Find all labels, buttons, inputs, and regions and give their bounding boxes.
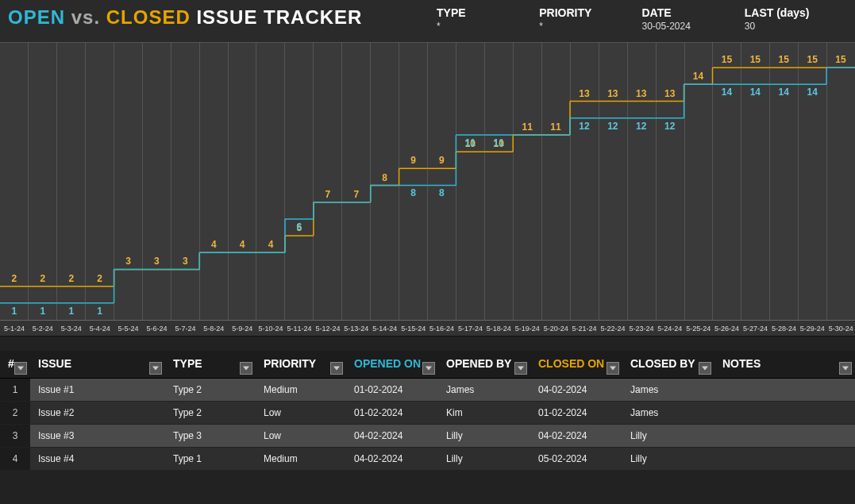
closed-value-label: 15 — [779, 54, 790, 65]
filter-closed-by[interactable] — [699, 362, 711, 375]
filter-closed-on[interactable] — [607, 362, 619, 375]
meta-date-label: DATE — [642, 6, 745, 19]
col-type: TYPE — [165, 351, 256, 379]
table-cell: 01-02-2024 — [346, 402, 438, 425]
header: OPEN vs. CLOSED ISSUE TRACKER TYPE * PRI… — [0, 0, 855, 43]
issue-table-wrap: # ISSUE TYPE PRIORITY OPENED ON OPENED B… — [0, 351, 855, 504]
open-value-label: 1 — [97, 306, 102, 317]
table-cell: Medium — [256, 448, 346, 471]
xaxis-tick: 5-2-24 — [29, 321, 57, 336]
col-opened-by: OPENED BY — [438, 351, 530, 379]
xaxis-tick: 5-4-24 — [86, 321, 114, 336]
closed-value-label: 4 — [211, 239, 217, 250]
col-notes-label: NOTES — [722, 357, 761, 370]
col-priority: PRIORITY — [256, 351, 346, 379]
xaxis-tick: 5-16-24 — [428, 321, 456, 336]
open-value-label: 1 — [68, 306, 74, 317]
open-value-label: 1 — [12, 306, 17, 317]
table-cell: Issue #4 — [30, 448, 165, 471]
table-row[interactable]: 3Issue #3Type 3Low04-02-2024Lilly04-02-2… — [0, 425, 855, 448]
open-value-label: 1 — [40, 306, 46, 317]
xaxis-tick: 5-12-24 — [314, 321, 342, 336]
open-value-label: 14 — [750, 87, 761, 98]
xaxis-tick: 5-28-24 — [769, 321, 798, 336]
closed-value-label: 15 — [807, 54, 818, 65]
table-cell: Medium — [256, 379, 346, 402]
xaxis-tick: 5-11-24 — [285, 321, 314, 336]
table-cell: Issue #2 — [30, 402, 165, 425]
filter-num[interactable] — [14, 362, 27, 375]
closed-value-label: 3 — [125, 256, 131, 267]
meta-type-label: TYPE — [437, 6, 539, 19]
closed-value-label: 3 — [183, 256, 188, 267]
table-row[interactable]: 2Issue #2Type 2Low01-02-2024Kim01-02-202… — [0, 402, 855, 425]
col-opened-by-label: OPENED BY — [446, 357, 511, 370]
table-cell — [714, 425, 855, 448]
open-value-label: 12 — [579, 121, 590, 132]
title-closed: CLOSED — [106, 6, 191, 28]
xaxis-tick: 5-17-24 — [456, 321, 485, 336]
xaxis-tick: 5-7-24 — [171, 321, 199, 336]
chart-plot: 2222333444577899101011111313131314151515… — [0, 43, 855, 336]
xaxis-tick: 5-21-24 — [570, 321, 599, 336]
col-issue-label: ISSUE — [38, 357, 71, 370]
meta-type: TYPE * — [437, 6, 539, 32]
col-opened-on: OPENED ON — [346, 351, 438, 379]
spacer — [0, 337, 855, 351]
closed-value-label: 14 — [693, 71, 704, 82]
xaxis-tick: 5-20-24 — [541, 321, 570, 336]
table-cell: Low — [256, 425, 346, 448]
open-value-label: 14 — [807, 87, 818, 98]
table-cell: Type 3 — [165, 425, 256, 448]
table-cell: Lilly — [622, 448, 714, 471]
meta-priority-label: PRIORITY — [539, 6, 641, 19]
xaxis-tick: 5-15-24 — [399, 321, 428, 336]
closed-value-label: 7 — [353, 189, 359, 200]
closed-value-label: 2 — [68, 273, 74, 284]
table-row[interactable]: 4Issue #4Type 1Medium04-02-2024Lilly05-0… — [0, 448, 855, 471]
table-cell: 2 — [0, 402, 30, 425]
open-value-label: 12 — [664, 121, 676, 132]
filter-notes[interactable] — [839, 362, 852, 375]
closed-value-label: 13 — [607, 88, 618, 99]
xaxis-tick: 5-1-24 — [0, 321, 29, 336]
meta-last-value[interactable]: 30 — [745, 21, 847, 32]
table-cell: James — [438, 379, 530, 402]
xaxis-tick: 5-9-24 — [228, 321, 256, 336]
xaxis-tick: 5-18-24 — [484, 321, 513, 336]
meta-date-value[interactable]: 30-05-2024 — [642, 21, 745, 32]
col-closed-on: CLOSED ON — [530, 351, 622, 379]
xaxis-tick: 5-13-24 — [342, 321, 371, 336]
open-value-label: 12 — [636, 121, 647, 132]
closed-value-label: 9 — [439, 155, 445, 166]
issue-table: # ISSUE TYPE PRIORITY OPENED ON OPENED B… — [0, 351, 855, 471]
xaxis-tick: 5-14-24 — [371, 321, 399, 336]
filter-opened-on[interactable] — [422, 362, 435, 375]
closed-value-label: 8 — [382, 172, 387, 183]
meta-priority-value[interactable]: * — [539, 21, 641, 32]
filter-priority[interactable] — [330, 362, 343, 375]
open-value-label: 8 — [410, 187, 416, 198]
open-value-label: 14 — [722, 87, 733, 98]
filter-type[interactable] — [240, 362, 252, 375]
table-cell: 04-02-2024 — [346, 448, 438, 471]
col-type-label: TYPE — [173, 357, 202, 370]
xaxis-tick: 5-22-24 — [599, 321, 627, 336]
filter-opened-by[interactable] — [514, 362, 527, 375]
xaxis-tick: 5-25-24 — [684, 321, 713, 336]
xaxis-tick: 5-26-24 — [713, 321, 741, 336]
meta-priority: PRIORITY * — [539, 6, 641, 32]
filter-issue[interactable] — [149, 362, 162, 375]
meta-type-value[interactable]: * — [437, 21, 539, 32]
table-row[interactable]: 1Issue #1Type 2Medium01-02-2024James04-0… — [0, 379, 855, 402]
col-notes: NOTES — [714, 351, 855, 379]
table-cell: 04-02-2024 — [530, 425, 622, 448]
col-closed-by: CLOSED BY — [622, 351, 714, 379]
col-num: # — [0, 351, 30, 379]
page-title: OPEN vs. CLOSED ISSUE TRACKER — [8, 6, 437, 29]
open-value-label: 6 — [297, 221, 302, 233]
closed-value-label: 15 — [750, 54, 761, 65]
xaxis-tick: 5-8-24 — [199, 321, 228, 336]
xaxis-tick: 5-29-24 — [798, 321, 826, 336]
table-cell: 4 — [0, 448, 30, 471]
